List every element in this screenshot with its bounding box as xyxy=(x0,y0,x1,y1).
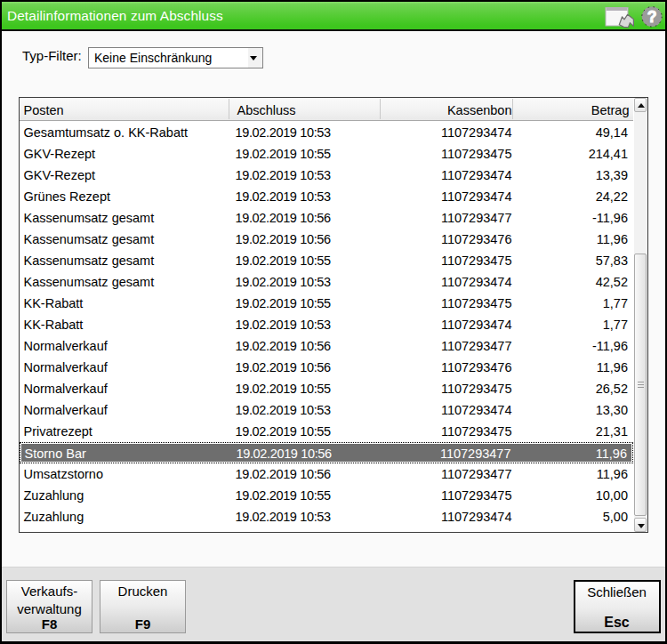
svg-text:?: ? xyxy=(647,8,657,26)
